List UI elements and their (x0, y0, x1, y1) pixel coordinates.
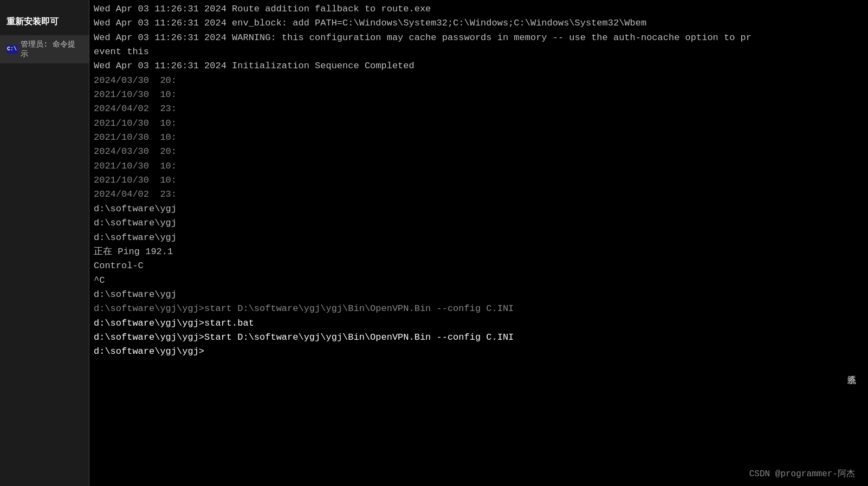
terminal-line: 2021/10/30 10: (94, 131, 864, 145)
terminal-line: 2021/10/30 10: (94, 159, 864, 173)
terminal-line: Wed Apr 03 11:26:31 2024 WARNING: this c… (94, 31, 864, 45)
terminal-content: Wed Apr 03 11:26:31 2024 Route addition … (94, 2, 864, 359)
terminal-line: 正在 Ping 192.1 (94, 245, 864, 259)
sidebar: 重新安装即可 C:\ 管理员: 命令提示 (0, 0, 89, 486)
terminal-line: 2024/04/02 23: (94, 102, 864, 116)
cmd-icon: C:\ (7, 45, 17, 54)
terminal-line: Wed Apr 03 11:26:31 2024 Initialization … (94, 59, 864, 73)
terminal-line: event this (94, 45, 864, 59)
terminal-line: 2024/03/30 20: (94, 74, 864, 88)
terminal-line: d:\software\ygj\ygj> (94, 345, 864, 359)
terminal-line: 2024/04/02 23: (94, 187, 864, 202)
terminal-line: 2024/03/30 20: (94, 145, 864, 159)
terminal-line: 2021/10/30 10: (94, 116, 864, 131)
reinstall-label: 重新安装即可 (0, 11, 89, 33)
cmd-label[interactable]: C:\ 管理员: 命令提示 (0, 35, 89, 63)
terminal-line: 2021/10/30 10: (94, 173, 864, 187)
watermark: CSDN @programmer-阿杰 (749, 468, 855, 479)
terminal-window: Wed Apr 03 11:26:31 2024 Route addition … (89, 0, 868, 486)
terminal-line: d:\software\ygj (94, 216, 864, 230)
terminal-line: Wed Apr 03 11:26:31 2024 Route addition … (94, 2, 864, 16)
terminal-line: Wed Apr 03 11:26:31 2024 env_block: add … (94, 16, 864, 30)
terminal-line: d:\software\ygj\ygj>Start D:\software\yg… (94, 331, 864, 345)
terminal-line: d:\software\ygj\ygj>start D:\software\yg… (94, 302, 864, 316)
terminal-line: 2021/10/30 10: (94, 88, 864, 102)
terminal-line: ^C (94, 274, 864, 288)
terminal-line: Control-C (94, 259, 864, 273)
terminal-line: d:\software\ygj (94, 231, 864, 245)
terminal-line: d:\software\ygj\ygj>start.bat (94, 316, 864, 331)
terminal-line: d:\software\ygj (94, 202, 864, 216)
terminal-line: d:\software\ygj (94, 288, 864, 302)
